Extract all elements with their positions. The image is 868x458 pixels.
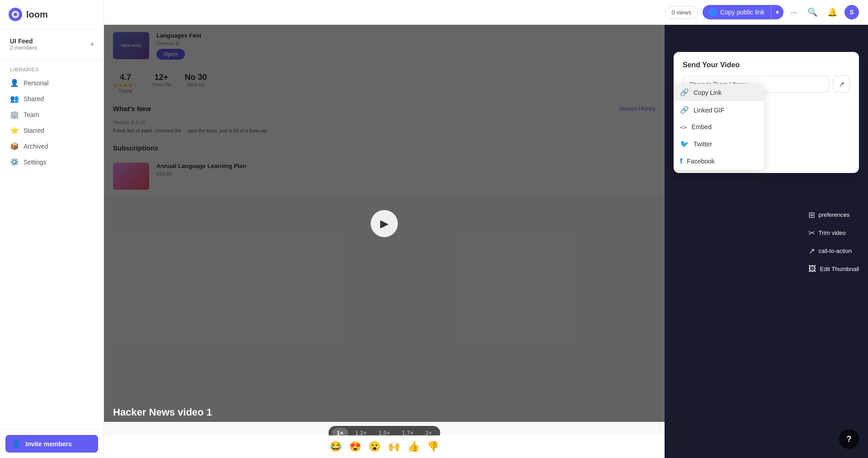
notifications-button[interactable]: 🔔 (825, 5, 840, 20)
sidebar-item-starred[interactable]: ⭐ Starred (5, 122, 98, 138)
dropdown-item-label: Linked GIF (693, 107, 724, 114)
copy-public-label: Copy public link (720, 9, 764, 16)
more-icon: ··· (791, 8, 797, 17)
main-content: 0 views 🌐 Copy public link ▾ ··· 🔍 🔔 S (104, 0, 868, 458)
emoji-thumbs-up[interactable]: 👍 (407, 441, 420, 453)
dropdown-item-label: Twitter (693, 140, 712, 148)
dropdown-item-label: Embed (692, 123, 712, 131)
gif-link-icon: 🔗 (680, 106, 689, 114)
preferences-label: preferences (819, 211, 850, 218)
cta-action[interactable]: ↗ call-to-action (808, 244, 859, 257)
sidebar-item-team[interactable]: 🏢 Team (5, 107, 98, 122)
edit-thumbnail-label: Edit Thumbnail (820, 265, 859, 272)
dropdown-copy-link[interactable]: 🔗 Copy Link (674, 84, 764, 101)
search-button[interactable]: 🔍 (805, 5, 820, 20)
cta-label: call-to-action (819, 248, 852, 254)
twitter-icon: 🐦 (680, 140, 689, 148)
sidebar-item-shared[interactable]: 👥 Shared (5, 91, 98, 107)
dropdown-item-label: Copy Link (693, 89, 722, 96)
preferences-icon: ⊞ (808, 210, 815, 220)
emoji-heart-eyes[interactable]: 😍 (349, 441, 361, 453)
embed-icon: <> (680, 124, 687, 131)
copy-public-globe-icon: 🌐 (709, 9, 717, 16)
sidebar-item-label: Shared (24, 95, 44, 103)
trim-label: Trim video (819, 229, 846, 236)
chevron-down-icon: ▾ (91, 41, 94, 47)
play-button[interactable]: ▶ (371, 210, 398, 237)
trim-video-action[interactable]: ✂ Trim video (808, 226, 859, 239)
workspace-name: UI Feed (10, 37, 37, 45)
team-icon: 🏢 (10, 110, 19, 119)
personal-icon: 👤 (10, 79, 19, 87)
thumbnail-icon: 🖼 (808, 264, 816, 273)
topbar: 0 views 🌐 Copy public link ▾ ··· 🔍 🔔 S (104, 0, 868, 25)
workspace-members: 2 members (10, 45, 37, 51)
sidebar-item-archived[interactable]: 📦 Archived (5, 138, 98, 154)
sidebar-item-label: Starred (24, 127, 44, 134)
sidebar-item-label: Archived (24, 143, 48, 150)
share-dropdown-menu: 🔗 Copy Link 🔗 Linked GIF <> Embed 🐦 Twit… (674, 84, 764, 170)
sidebar-item-label: Personal (24, 79, 48, 87)
video-player: ▶ (104, 25, 665, 422)
more-options-button[interactable]: ··· (788, 5, 800, 20)
dropdown-embed[interactable]: <> Embed (674, 119, 764, 135)
logo-area: loom (0, 0, 104, 29)
dropdown-facebook[interactable]: f Facebook (674, 153, 764, 170)
external-share-icon: ↗ (839, 80, 844, 89)
star-icon: ⭐ (10, 126, 19, 135)
shared-icon: 👥 (10, 94, 19, 103)
edit-thumbnail-action[interactable]: 🖼 Edit Thumbnail (808, 262, 859, 275)
libraries-label: Libraries (5, 64, 98, 75)
svg-point-2 (14, 13, 17, 16)
preferences-action[interactable]: ⊞ preferences (808, 208, 859, 221)
dropdown-twitter[interactable]: 🐦 Twitter (674, 135, 764, 153)
share-external-button[interactable]: ↗ (833, 75, 850, 93)
sidebar-item-label: Team (24, 111, 39, 118)
trim-icon: ✂ (808, 228, 815, 238)
dropdown-item-label: Facebook (687, 158, 714, 165)
settings-icon: ⚙️ (10, 158, 19, 166)
emoji-wow[interactable]: 😮 (368, 441, 381, 453)
libraries-section: Libraries 👤 Personal 👥 Shared 🏢 Team ⭐ S… (0, 60, 104, 174)
views-badge: 0 views (665, 6, 698, 19)
copy-public-link-button[interactable]: 🌐 Copy public link ▾ (703, 5, 783, 19)
link-icon: 🔗 (680, 88, 689, 97)
video-title: Hacker News video 1 (113, 407, 212, 418)
emoji-laugh[interactable]: 😂 (330, 441, 342, 453)
dropdown-linked-gif[interactable]: 🔗 Linked GIF (674, 101, 764, 119)
sidebar-item-personal[interactable]: 👤 Personal (5, 75, 98, 91)
help-button[interactable]: ? (839, 429, 859, 449)
search-icon: 🔍 (807, 8, 817, 17)
archive-icon: 📦 (10, 142, 19, 150)
emoji-reactions: 😂 😍 😮 🙌 👍 👎 (104, 435, 665, 458)
copy-public-caret[interactable]: ▾ (771, 5, 783, 19)
workspace-section: UI Feed 2 members ▾ (0, 29, 104, 60)
sidebar: loom UI Feed 2 members ▾ Libraries 👤 Per… (0, 0, 104, 458)
facebook-icon: f (680, 157, 682, 165)
avatar[interactable]: S (844, 5, 859, 19)
sidebar-item-label: Settings (24, 159, 47, 166)
video-right-actions: ⊞ preferences ✂ Trim video ↗ call-to-act… (808, 208, 859, 275)
share-panel-title: Send Your Video (683, 61, 850, 69)
invite-label: Invite members (25, 440, 72, 448)
right-panel: Send Your Video Share to Team Library ↗ … (665, 25, 868, 458)
workspace-selector[interactable]: UI Feed 2 members ▾ (5, 34, 98, 55)
logo-text: loom (26, 9, 48, 20)
loom-logo-icon (8, 7, 23, 22)
sidebar-bottom: 👤 Invite members (0, 429, 104, 458)
video-area: MEM RiSE Languages Fast German & Open 4.… (104, 25, 665, 458)
emoji-clap[interactable]: 🙌 (388, 441, 400, 453)
content-area: MEM RiSE Languages Fast German & Open 4.… (104, 25, 868, 458)
cta-icon: ↗ (808, 246, 815, 256)
invite-icon: 👤 (12, 439, 21, 448)
emoji-thumbs-down[interactable]: 👎 (427, 441, 439, 453)
bell-icon: 🔔 (827, 8, 837, 17)
invite-members-button[interactable]: 👤 Invite members (5, 435, 98, 453)
sidebar-item-settings[interactable]: ⚙️ Settings (5, 154, 98, 170)
